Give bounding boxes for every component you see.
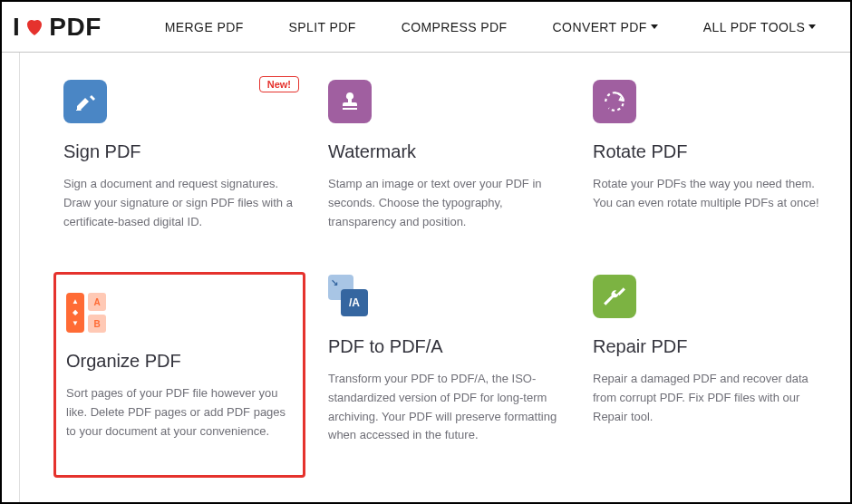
new-badge: New! <box>259 76 299 92</box>
sidebar-gutter <box>2 53 20 502</box>
card-pdf-to-pdfa[interactable]: ↘ /A PDF to PDF/A Transform your PDF to … <box>321 275 575 475</box>
chevron-down-icon <box>808 24 816 29</box>
repair-icon <box>593 275 636 318</box>
nav-all-tools[interactable]: ALL PDF TOOLS <box>703 20 816 34</box>
organize-icon: ▲◆▼ A B <box>66 293 293 333</box>
card-desc: Transform your PDF to PDF/A, the ISO-sta… <box>328 370 567 445</box>
nav-convert[interactable]: CONVERT PDF <box>553 20 658 34</box>
card-title: Organize PDF <box>66 351 293 372</box>
page-a-icon: A <box>88 293 106 311</box>
card-desc: Repair a damaged PDF and recover data fr… <box>593 370 832 426</box>
card-title: Sign PDF <box>63 141 303 162</box>
stamp-icon <box>328 80 372 123</box>
logo[interactable]: I PDF <box>13 13 102 42</box>
header: I PDF MERGE PDF SPLIT PDF COMPRESS PDF C… <box>2 2 850 53</box>
sign-icon <box>63 80 107 123</box>
card-title: Rotate PDF <box>593 141 832 162</box>
chevron-down-icon <box>651 24 658 29</box>
tool-grid: New! Sign PDF Sign a document and reques… <box>20 53 850 502</box>
logo-suffix: PDF <box>49 13 102 42</box>
logo-prefix: I <box>13 13 20 42</box>
pdfa-icon: ↘ /A <box>328 275 372 318</box>
card-desc: Rotate your PDFs the way you need them. … <box>593 175 832 213</box>
card-desc: Sign a document and request signatures. … <box>63 175 303 231</box>
nav-convert-label: CONVERT PDF <box>553 20 647 34</box>
card-title: Repair PDF <box>593 336 832 357</box>
pdfa-badge: /A <box>341 289 368 316</box>
content: New! Sign PDF Sign a document and reques… <box>2 53 850 502</box>
heart-icon <box>22 16 47 38</box>
page-b-icon: B <box>88 315 106 333</box>
main-nav: MERGE PDF SPLIT PDF COMPRESS PDF CONVERT… <box>165 20 816 34</box>
card-watermark[interactable]: Watermark Stamp an image or text over yo… <box>321 80 575 257</box>
card-desc: Stamp an image or text over your PDF in … <box>328 175 567 231</box>
card-organize-pdf[interactable]: ▲◆▼ A B Organize PDF Sort pages of your … <box>53 272 305 478</box>
nav-merge[interactable]: MERGE PDF <box>165 20 244 34</box>
nav-all-label: ALL PDF TOOLS <box>703 20 805 34</box>
card-title: Watermark <box>328 141 567 162</box>
nav-split[interactable]: SPLIT PDF <box>289 20 356 34</box>
card-title: PDF to PDF/A <box>328 336 567 357</box>
card-desc: Sort pages of your PDF file however you … <box>66 384 293 441</box>
card-rotate-pdf[interactable]: Rotate PDF Rotate your PDFs the way you … <box>586 80 839 257</box>
rotate-icon <box>593 80 636 123</box>
card-repair-pdf[interactable]: Repair PDF Repair a damaged PDF and reco… <box>586 275 839 475</box>
card-sign-pdf[interactable]: New! Sign PDF Sign a document and reques… <box>56 80 310 257</box>
nav-compress[interactable]: COMPRESS PDF <box>402 20 508 34</box>
